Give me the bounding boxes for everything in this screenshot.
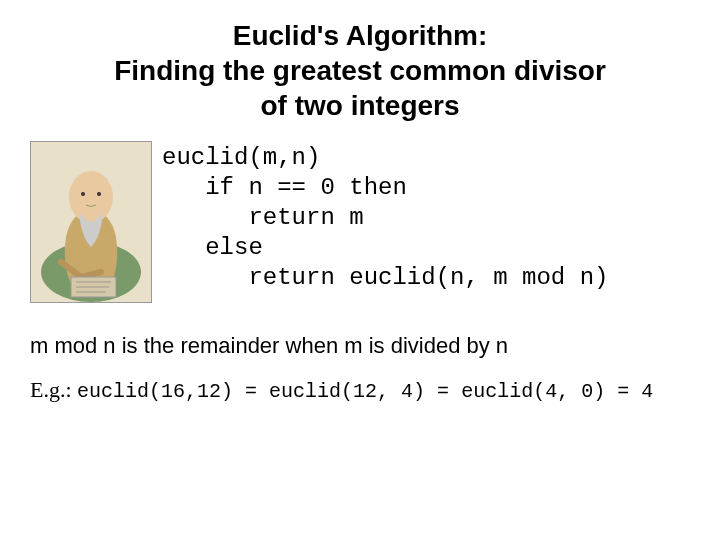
svg-point-4 — [97, 192, 101, 196]
explanation-text: m mod n is the remainder when m is divid… — [30, 333, 690, 359]
example-prefix: E.g.: — [30, 377, 77, 402]
slide: Euclid's Algorithm: Finding the greatest… — [0, 0, 720, 540]
euclid-portrait-svg — [31, 142, 151, 302]
example-line: E.g.: euclid(16,12) = euclid(12, 4) = eu… — [30, 377, 690, 403]
svg-point-3 — [81, 192, 85, 196]
example-code: euclid(16,12) = euclid(12, 4) = euclid(4… — [77, 380, 653, 403]
pseudocode: euclid(m,n) if n == 0 then return m else… — [162, 141, 608, 293]
euclid-portrait — [30, 141, 152, 303]
slide-title: Euclid's Algorithm: Finding the greatest… — [30, 18, 690, 123]
svg-point-2 — [69, 171, 113, 223]
content-row: euclid(m,n) if n == 0 then return m else… — [30, 141, 690, 303]
